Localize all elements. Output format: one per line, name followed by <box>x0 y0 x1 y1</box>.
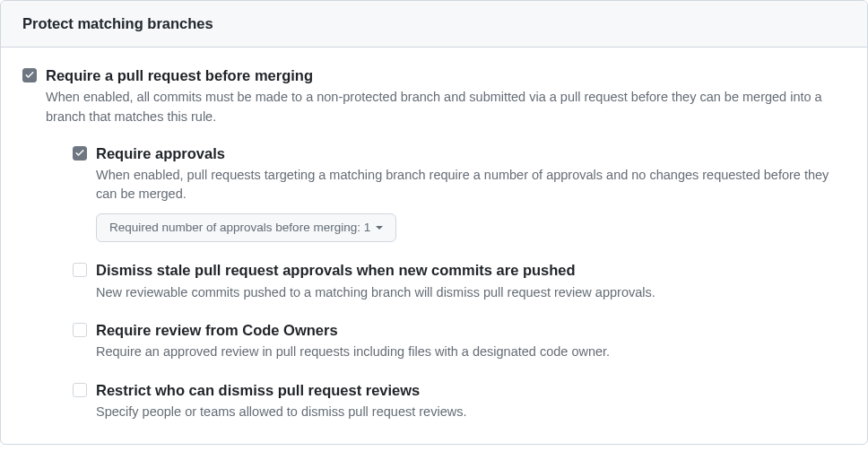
option-title: Require review from Code Owners <box>96 320 846 341</box>
option-title: Require a pull request before merging <box>46 65 846 86</box>
option-dismiss-stale: Dismiss stale pull request approvals whe… <box>73 260 846 302</box>
option-content: Require a pull request before merging Wh… <box>46 65 846 422</box>
checkbox-require-approvals[interactable] <box>73 146 87 161</box>
option-content: Dismiss stale pull request approvals whe… <box>96 260 846 302</box>
checkbox-code-owners[interactable] <box>73 323 87 337</box>
panel-header: Protect matching branches <box>1 1 867 48</box>
option-desc: When enabled, all commits must be made t… <box>46 88 846 127</box>
option-title: Dismiss stale pull request approvals whe… <box>96 260 846 281</box>
panel-title: Protect matching branches <box>22 15 846 32</box>
checkbox-require-pr[interactable] <box>22 68 37 82</box>
check-icon <box>74 148 85 159</box>
option-content: Require approvals When enabled, pull req… <box>96 143 846 243</box>
check-icon <box>24 70 35 81</box>
option-desc: Specify people or teams allowed to dismi… <box>96 403 846 422</box>
option-restrict-dismiss: Restrict who can dismiss pull request re… <box>73 380 846 422</box>
option-content: Require review from Code Owners Require … <box>96 320 846 362</box>
option-desc: When enabled, pull requests targeting a … <box>96 166 846 205</box>
option-require-pr: Require a pull request before merging Wh… <box>22 65 846 422</box>
option-title: Restrict who can dismiss pull request re… <box>96 380 846 401</box>
checkbox-dismiss-stale[interactable] <box>73 263 87 277</box>
panel-body: Require a pull request before merging Wh… <box>1 48 867 444</box>
nested-options: Require approvals When enabled, pull req… <box>73 143 846 422</box>
caret-down-icon <box>376 226 383 230</box>
option-desc: Require an approved review in pull reque… <box>96 343 846 362</box>
protect-branches-panel: Protect matching branches Require a pull… <box>0 0 868 445</box>
option-title: Require approvals <box>96 143 846 164</box>
option-content: Restrict who can dismiss pull request re… <box>96 380 846 422</box>
dropdown-label: Required number of approvals before merg… <box>109 219 370 237</box>
option-require-approvals: Require approvals When enabled, pull req… <box>73 143 846 243</box>
approvals-count-dropdown[interactable]: Required number of approvals before merg… <box>96 213 396 242</box>
option-desc: New reviewable commits pushed to a match… <box>96 283 846 303</box>
checkbox-restrict-dismiss[interactable] <box>73 383 87 397</box>
option-code-owners: Require review from Code Owners Require … <box>73 320 846 362</box>
